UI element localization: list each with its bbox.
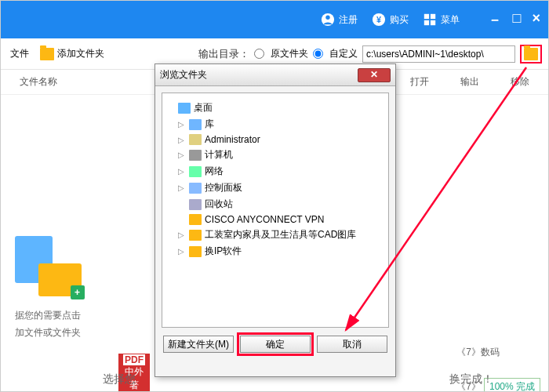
add-folder-label: 添加文件夹 — [57, 47, 104, 60]
bottom-hint: 选择您 — [103, 372, 136, 387]
folder-icon — [40, 48, 54, 60]
folder-tree[interactable]: 桌面▷库▷Administrator▷计算机▷网络▷控制面板回收站CISCO A… — [162, 93, 389, 328]
tree-item[interactable]: ▷控制面板 — [167, 180, 384, 196]
register-label: 注册 — [339, 13, 358, 27]
tree-item[interactable]: ▷计算机 — [167, 147, 384, 163]
file-button[interactable]: 文件 — [7, 45, 32, 62]
menu-label: 菜单 — [441, 13, 460, 27]
output-label: 输出目录： — [198, 47, 249, 61]
window-controls: － □ × — [488, 10, 540, 29]
tree-item[interactable]: ▷换IP软件 — [167, 243, 384, 260]
titlebar: 注册 ¥ 购买 菜单 － □ × — [1, 1, 548, 38]
svg-rect-4 — [424, 14, 428, 19]
svg-rect-6 — [424, 20, 428, 25]
svg-point-1 — [325, 16, 329, 20]
tree-item[interactable]: ▷库 — [167, 116, 384, 132]
hint-block: 据您的需要点击 加文件或文件夹 — [4, 236, 92, 341]
svg-rect-5 — [431, 14, 435, 19]
menu-button[interactable]: 菜单 — [423, 13, 460, 27]
buy-button[interactable]: ¥ 购买 — [372, 13, 409, 27]
col-name: 文件名称 — [20, 75, 57, 89]
tree-item[interactable]: ▷工装室内家具及卫生洁具等CAD图库 — [167, 227, 384, 243]
tree-item[interactable]: ▷Administrator — [167, 132, 384, 147]
col-remove[interactable]: 移除 — [511, 75, 529, 89]
minimize-button[interactable]: － — [488, 10, 502, 29]
col-open[interactable]: 打开 — [410, 75, 429, 89]
browse-folder-dialog: 浏览文件夹 ✕ 桌面▷库▷Administrator▷计算机▷网络▷控制面板回收… — [155, 64, 396, 377]
new-folder-button[interactable]: 新建文件夹(M) — [163, 336, 234, 353]
col-output[interactable]: 输出 — [460, 75, 479, 89]
svg-rect-7 — [431, 20, 435, 25]
right-bottom-text: 换完成！ — [449, 372, 493, 387]
browse-folder-button[interactable] — [520, 45, 542, 64]
tree-item[interactable]: 回收站 — [167, 196, 384, 212]
ok-button[interactable]: 确定 — [240, 336, 311, 353]
dialog-titlebar[interactable]: 浏览文件夹 ✕ — [155, 64, 395, 86]
dialog-close-button[interactable]: ✕ — [358, 68, 391, 82]
radio-custom[interactable]: 自定义 — [313, 47, 358, 60]
grid-icon — [423, 13, 437, 27]
radio-original[interactable]: 原文件夹 — [254, 47, 308, 60]
cancel-button[interactable]: 取消 — [317, 336, 387, 353]
user-icon — [321, 13, 335, 27]
buy-label: 购买 — [390, 13, 409, 27]
close-button[interactable]: × — [532, 10, 540, 29]
maximize-button[interactable]: □ — [513, 10, 522, 29]
tree-item[interactable]: 桌面 — [167, 100, 384, 116]
folder-icon — [524, 48, 538, 60]
output-path-input[interactable] — [362, 45, 515, 63]
add-file-icon[interactable] — [15, 236, 82, 299]
register-button[interactable]: 注册 — [321, 13, 358, 27]
dialog-title: 浏览文件夹 — [160, 68, 207, 82]
svg-text:¥: ¥ — [376, 15, 381, 24]
yen-icon: ¥ — [372, 13, 386, 27]
dialog-buttons: 新建文件夹(M) 确定 取消 — [162, 328, 389, 353]
tree-item[interactable]: CISCO ANYCONNECT VPN — [167, 212, 384, 227]
add-folder-button[interactable]: 添加文件夹 — [37, 45, 107, 62]
tree-item[interactable]: ▷网络 — [167, 163, 384, 180]
